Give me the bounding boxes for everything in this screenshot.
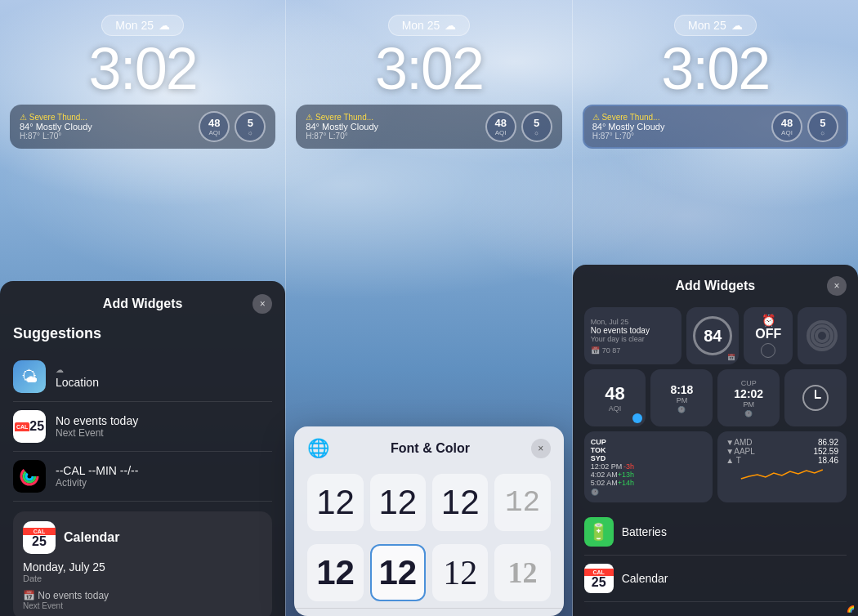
right-time-818-ampm: PM (677, 396, 688, 404)
right-alarm-widget[interactable]: ⏰ OFF (744, 307, 793, 364)
right-cup-label: CUP (741, 379, 757, 387)
right-aqi-value: 48 (781, 117, 793, 129)
font-grid-row1: 12 12 12 12 (294, 467, 563, 538)
left-lock-header: Mon 25 ☁ 3:02 (0, 15, 285, 98)
font-sample-serif[interactable]: 12 (432, 544, 488, 601)
left-close-button[interactable]: × (252, 294, 272, 314)
right-panel: Mon 25 ☁ 3:02 ⚠ Severe Thund... 84° Most… (573, 0, 858, 616)
left-suggestion-calendar[interactable]: CAL 25 No events today Next Event (13, 402, 272, 452)
center-weather-range: H:87° L:70° (306, 132, 478, 141)
right-timezone-widget[interactable]: CUPTOKSYD 12:02 PM -3h 4:02 AM +13h 5:02… (584, 431, 713, 502)
center-weather-widget: ⚠ Severe Thund... 84° Mostly Cloudy H:87… (296, 105, 561, 149)
right-calendar-item[interactable]: CAL 25 Calendar (584, 556, 847, 602)
right-sparkline (726, 466, 838, 483)
left-calendar-sub: Next Event (56, 427, 272, 439)
right-tok-time: 4:02 AM (591, 471, 618, 479)
left-uv-circle: 5 ☼ (235, 111, 266, 142)
right-stock-t: ▲ T 18.46 (726, 456, 838, 465)
right-weather-info: ⚠ Severe Thund... 84° Mostly Cloudy H:87… (592, 113, 665, 141)
font-sample-light[interactable]: 12 (370, 474, 426, 531)
right-activity-badge: 🌈 (847, 605, 855, 613)
right-tok-diff: +13h (618, 471, 634, 479)
left-add-widgets-panel: Add Widgets × Suggestions 🌤 ☁ Location C… (0, 281, 285, 616)
font-num-serif: 12 (443, 553, 477, 592)
right-cup-time-widget[interactable]: CUP 12:02 PM 🕐 (717, 369, 780, 426)
right-tok-row: 4:02 AM +13h (591, 471, 634, 479)
left-location-text: ☁ Location (56, 365, 272, 389)
center-aqi-label: AQI (495, 129, 507, 136)
left-aqi-circle: 48 AQI (199, 111, 230, 142)
left-panel: Mon 25 ☁ 3:02 ⚠ Severe Thund... 84° Most… (0, 0, 285, 616)
left-suggestions-title: Suggestions (13, 325, 272, 342)
right-date-text: Mon 25 (688, 19, 726, 32)
left-weather-temp: 84° Mostly Cloudy (20, 122, 192, 132)
right-tz-clock: 🕐 (591, 489, 599, 496)
center-uv-icon: ☼ (534, 129, 539, 136)
font-num-medium: 12 (441, 483, 480, 522)
font-sample-serif-bold[interactable]: 12 (494, 544, 550, 601)
right-lock-header: Mon 25 ☁ 3:02 (573, 15, 858, 98)
right-time-818-widget[interactable]: 8:18 PM 🕐 (650, 369, 713, 426)
font-sample-medium[interactable]: 12 (432, 474, 488, 531)
left-calendar-section-title: Calendar (64, 530, 119, 545)
right-syd-row: 5:02 AM +14h (591, 479, 634, 487)
right-batteries-icon: 🔋 (584, 517, 614, 547)
right-aqi-circle: 48 AQI (771, 111, 802, 142)
left-activity-name: --CAL --MIN --/-- (56, 464, 272, 477)
left-weather-range: H:87° L:70° (20, 132, 192, 141)
svg-point-8 (816, 330, 828, 341)
right-stock-amd: ▼AMD 86.92 (726, 438, 838, 447)
left-close-icon: × (260, 298, 266, 310)
right-clock-widget[interactable] (784, 369, 847, 426)
left-activity-sub: Activity (56, 477, 272, 489)
center-time: 3:02 (375, 39, 483, 98)
right-calendar-list-icon: CAL 25 (584, 564, 614, 593)
modal-close-button[interactable]: × (531, 439, 551, 458)
right-cal-date: Mon, Jul 25 (591, 318, 629, 326)
right-cup-ampm: PM (743, 400, 754, 408)
right-aqi-label-cell: AQI (609, 404, 622, 413)
panels-container: Mon 25 ☁ 3:02 ⚠ Severe Thund... 84° Most… (0, 0, 858, 616)
left-weather-circles: 48 AQI 5 ☼ (199, 111, 266, 142)
right-amd-val: 86.92 (818, 438, 838, 447)
center-panel: Mon 25 ☁ 3:02 ⚠ Severe Thund... 84° Most… (286, 0, 571, 616)
font-sample-bold[interactable]: 12 (307, 544, 363, 601)
left-suggestion-activity[interactable]: --CAL --MIN --/-- Activity (13, 452, 272, 502)
left-suggestion-location[interactable]: 🌤 ☁ Location (13, 352, 272, 402)
font-sample-thin[interactable]: 12 (307, 474, 363, 531)
right-aqi-widget[interactable]: 48 AQI (584, 369, 646, 426)
globe-icon[interactable]: 🌐 (307, 438, 329, 459)
right-widget-row2: 48 AQI 8:18 PM 🕐 CUP 12:02 PM 🕐 (584, 369, 847, 426)
right-stocks-widget[interactable]: ▼AMD 86.92 ▼AAPL 152.59 ▲ T 18.46 (717, 431, 847, 502)
left-cal-event-text: No events today (38, 590, 109, 601)
right-t-name: ▲ T (726, 456, 741, 465)
font-sample-selected[interactable]: 12 (370, 544, 426, 601)
right-close-button[interactable]: × (827, 276, 847, 296)
right-time-818-clock: 🕐 (677, 406, 686, 413)
right-uv-value: 5 (820, 117, 825, 129)
right-uv-circle: 5 ☼ (807, 111, 838, 142)
left-uv-value: 5 (248, 117, 253, 129)
left-cal-section-icon: CAL 25 (23, 521, 56, 554)
right-close-icon: × (833, 280, 839, 292)
right-activity-widget[interactable]: 🌈 (798, 307, 847, 364)
left-weather-icon: 🌤 (13, 360, 46, 393)
right-cal-no-events: No events today (591, 326, 650, 335)
center-weather-temp: 84° Mostly Cloudy (306, 122, 478, 132)
left-location-name: Location (56, 376, 272, 389)
right-batteries-item[interactable]: 🔋 Batteries (584, 509, 847, 556)
right-temp-val: 84 (704, 327, 722, 346)
right-cal-indicator: 📅 (727, 354, 735, 361)
right-uv-icon: ☼ (820, 129, 825, 136)
center-aqi-circle: 48 AQI (485, 111, 516, 142)
right-calendar-widget[interactable]: Mon, Jul 25 No events today Your day is … (584, 307, 682, 364)
right-cal-icon-inline: 📅 (591, 346, 600, 355)
right-aapl-name: ▼AAPL (726, 447, 754, 456)
font-sample-mono[interactable]: 12 (494, 474, 550, 531)
right-tz-times: 12:02 PM -3h 4:02 AM +13h 5:02 AM +14h (591, 462, 634, 487)
center-uv-circle: 5 ☼ (521, 111, 552, 142)
font-num-bold: 12 (316, 553, 355, 592)
left-activity-text: --CAL --MIN --/-- Activity (56, 464, 272, 489)
right-t-val: 18.46 (818, 456, 838, 465)
color-picker-row (294, 608, 563, 616)
